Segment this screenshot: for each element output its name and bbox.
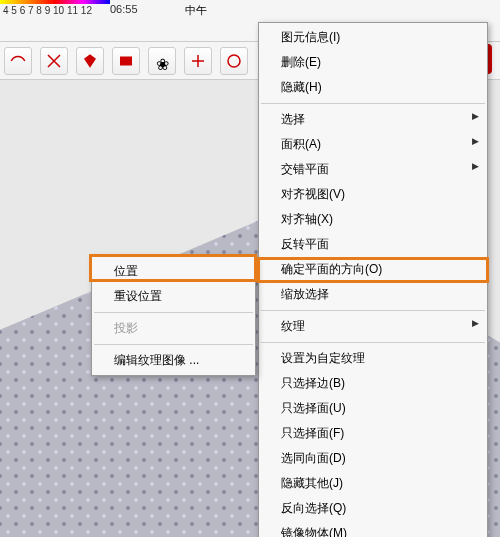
menu-orient[interactable]: 确定平面的方向(O) xyxy=(259,257,487,282)
submenu-reset-position[interactable]: 重设位置 xyxy=(92,284,255,309)
tool-icon-2[interactable] xyxy=(40,47,68,75)
menu-intersect[interactable]: 交错平面 xyxy=(259,157,487,182)
menu-separator xyxy=(261,103,485,104)
ruler: 4 5 6 7 8 9 10 11 12 xyxy=(0,0,95,20)
texture-submenu: 位置 重设位置 投影 编辑纹理图像 ... xyxy=(91,256,256,376)
tool-icon-4[interactable] xyxy=(112,47,140,75)
menu-reverse-selection[interactable]: 反向选择(Q) xyxy=(259,496,487,521)
menu-reverse[interactable]: 反转平面 xyxy=(259,232,487,257)
tool-icon-1[interactable] xyxy=(4,47,32,75)
menu-entity-info[interactable]: 图元信息(I) xyxy=(259,25,487,50)
submenu-position[interactable]: 位置 xyxy=(92,259,255,284)
menu-set-unique-texture[interactable]: 设置为自定纹理 xyxy=(259,346,487,371)
menu-select[interactable]: 选择 xyxy=(259,107,487,132)
menu-mirror[interactable]: 镜像物体(M) xyxy=(259,521,487,537)
menu-select-faces-f[interactable]: 只选择面(F) xyxy=(259,421,487,446)
menu-separator xyxy=(94,312,253,313)
svg-rect-0 xyxy=(120,56,132,65)
context-menu: 图元信息(I) 删除(E) 隐藏(H) 选择 面积(A) 交错平面 对齐视图(V… xyxy=(258,22,488,537)
menu-texture[interactable]: 纹理 xyxy=(259,314,487,339)
menu-separator xyxy=(94,344,253,345)
tool-icon-6[interactable] xyxy=(184,47,212,75)
tool-icon-3[interactable] xyxy=(76,47,104,75)
menu-area[interactable]: 面积(A) xyxy=(259,132,487,157)
time-display: 06:55 xyxy=(110,3,138,15)
tool-icon-7[interactable] xyxy=(220,47,248,75)
svg-point-1 xyxy=(228,55,240,67)
menu-zoom-selection[interactable]: 缩放选择 xyxy=(259,282,487,307)
menu-select-edges[interactable]: 只选择边(B) xyxy=(259,371,487,396)
submenu-projection: 投影 xyxy=(92,316,255,341)
menu-hide[interactable]: 隐藏(H) xyxy=(259,75,487,100)
submenu-edit-texture-image[interactable]: 编辑纹理图像 ... xyxy=(92,348,255,373)
menu-select-same-dir[interactable]: 选同向面(D) xyxy=(259,446,487,471)
menu-select-faces-u[interactable]: 只选择面(U) xyxy=(259,396,487,421)
menu-hide-other[interactable]: 隐藏其他(J) xyxy=(259,471,487,496)
menu-separator xyxy=(261,310,485,311)
menu-delete[interactable]: 删除(E) xyxy=(259,50,487,75)
noon-label: 中午 xyxy=(185,3,207,18)
menu-align-axes[interactable]: 对齐轴(X) xyxy=(259,207,487,232)
menu-align-view[interactable]: 对齐视图(V) xyxy=(259,182,487,207)
tool-icon-5[interactable]: ❀ xyxy=(148,47,176,75)
menu-separator xyxy=(261,342,485,343)
